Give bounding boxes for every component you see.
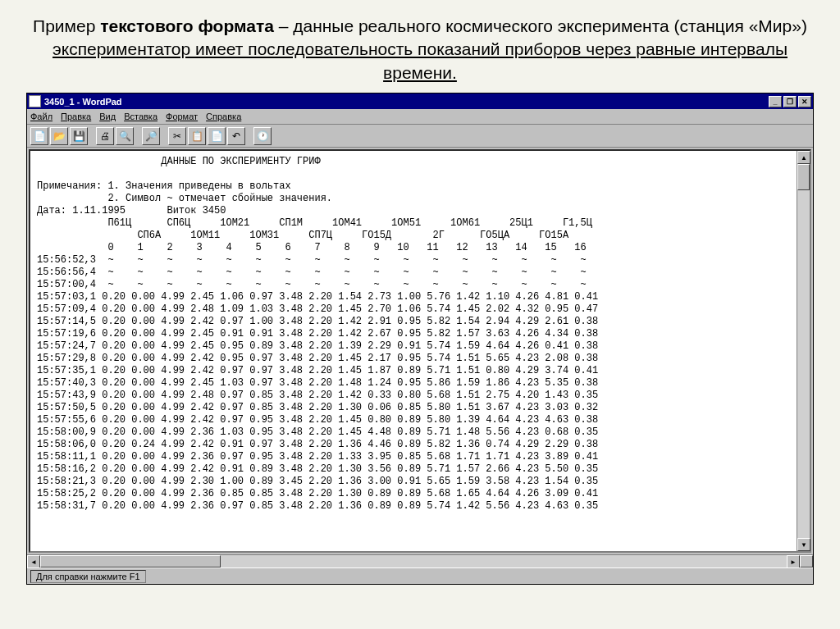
save-button[interactable]: 💾 xyxy=(70,127,88,145)
preview-button[interactable]: 🔍 xyxy=(116,127,134,145)
menu-format[interactable]: Формат xyxy=(166,112,198,121)
datetime-button[interactable]: 🕐 xyxy=(253,127,272,145)
vertical-scrollbar[interactable]: ▲ ▼ xyxy=(797,151,810,551)
wordpad-window: 3450_1 - WordPad _ ❐ ✕ Файл Правка Вид В… xyxy=(26,93,814,585)
copy-button[interactable]: 📋 xyxy=(188,127,206,145)
document-textarea[interactable]: ДАННЫЕ ПО ЭКСПЕРИМЕНТУ ГРИФ Примечания: … xyxy=(30,151,797,551)
title-pre: Пример xyxy=(33,16,100,35)
menu-help[interactable]: Справка xyxy=(206,112,241,121)
undo-button[interactable]: ↶ xyxy=(227,127,245,145)
status-text: Для справки нажмите F1 xyxy=(30,570,146,583)
slide-title: Пример текстового формата – данные реаль… xyxy=(23,15,817,84)
editor: ДАННЫЕ ПО ЭКСПЕРИМЕНТУ ГРИФ Примечания: … xyxy=(29,149,811,553)
menu-edit[interactable]: Правка xyxy=(61,112,91,121)
statusbar: Для справки нажмите F1 xyxy=(27,567,813,584)
horizontal-scrollbar[interactable]: ◄ ► xyxy=(27,554,813,567)
scroll-corner xyxy=(800,555,813,567)
new-button[interactable]: 📄 xyxy=(30,127,48,145)
open-button[interactable]: 📂 xyxy=(50,127,68,145)
menu-view[interactable]: Вид xyxy=(99,112,116,121)
vscroll-thumb[interactable] xyxy=(797,164,810,190)
doc-icon xyxy=(29,95,41,107)
title-mid: – данные реального космического эксперим… xyxy=(274,16,807,35)
title-underline: экспериментатор имеет последовательность… xyxy=(52,39,788,81)
minimize-button[interactable]: _ xyxy=(769,96,782,107)
paste-button[interactable]: 📄 xyxy=(208,127,226,145)
hscroll-thumb[interactable] xyxy=(40,555,221,567)
titlebar[interactable]: 3450_1 - WordPad _ ❐ ✕ xyxy=(27,93,813,109)
menu-insert[interactable]: Вставка xyxy=(124,112,158,121)
scroll-left-button[interactable]: ◄ xyxy=(27,555,40,568)
window-title: 3450_1 - WordPad xyxy=(44,97,769,107)
toolbar: 📄 📂 💾 🖨 🔍 🔎 ✂ 📋 📄 ↶ 🕐 xyxy=(27,125,813,148)
scroll-right-button[interactable]: ► xyxy=(787,555,800,568)
menubar: Файл Правка Вид Вставка Формат Справка xyxy=(27,109,813,125)
find-button[interactable]: 🔎 xyxy=(142,127,160,145)
cut-button[interactable]: ✂ xyxy=(168,127,186,145)
title-bold: текстового формата xyxy=(100,16,274,35)
menu-file[interactable]: Файл xyxy=(30,112,52,121)
close-button[interactable]: ✕ xyxy=(798,96,811,107)
maximize-button[interactable]: ❐ xyxy=(783,96,797,107)
print-button[interactable]: 🖨 xyxy=(96,127,114,145)
scroll-up-button[interactable]: ▲ xyxy=(797,151,810,164)
scroll-down-button[interactable]: ▼ xyxy=(797,538,810,551)
